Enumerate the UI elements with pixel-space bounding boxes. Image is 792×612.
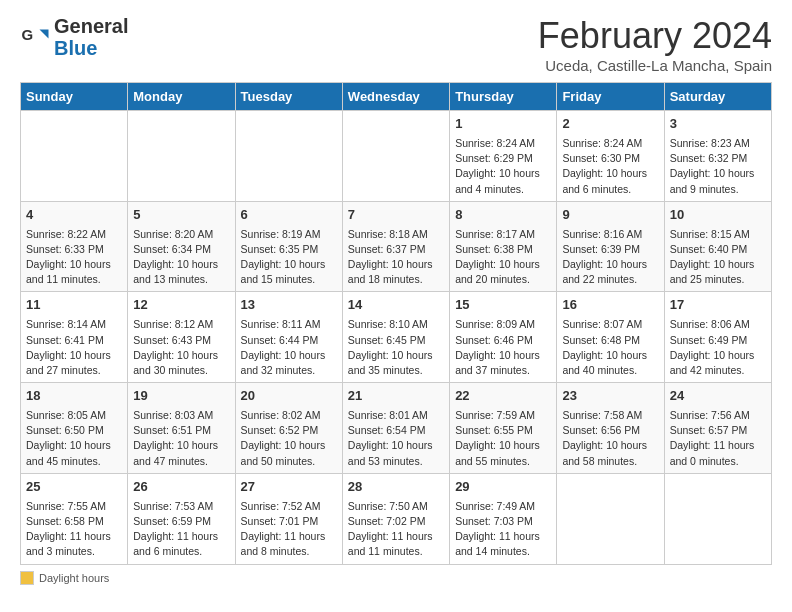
calendar-cell: 26Sunrise: 7:53 AMSunset: 6:59 PMDayligh… <box>128 473 235 564</box>
day-info: Sunrise: 7:55 AM <box>26 499 122 514</box>
day-info: Sunrise: 8:23 AM <box>670 136 766 151</box>
day-info: Daylight: 10 hours <box>241 257 337 272</box>
day-info: and 8 minutes. <box>241 544 337 559</box>
day-info: Sunrise: 7:56 AM <box>670 408 766 423</box>
calendar-cell: 29Sunrise: 7:49 AMSunset: 7:03 PMDayligh… <box>450 473 557 564</box>
day-info: and 15 minutes. <box>241 272 337 287</box>
calendar-cell: 1Sunrise: 8:24 AMSunset: 6:29 PMDaylight… <box>450 111 557 202</box>
day-number: 14 <box>348 296 444 315</box>
calendar-cell: 7Sunrise: 8:18 AMSunset: 6:37 PMDaylight… <box>342 201 449 292</box>
day-info: Sunset: 6:57 PM <box>670 423 766 438</box>
day-info: Daylight: 10 hours <box>348 348 444 363</box>
calendar-cell: 27Sunrise: 7:52 AMSunset: 7:01 PMDayligh… <box>235 473 342 564</box>
page-header: G General Blue February 2024 Uceda, Cast… <box>20 15 772 74</box>
day-info: Daylight: 11 hours <box>241 529 337 544</box>
calendar-cell: 3Sunrise: 8:23 AMSunset: 6:32 PMDaylight… <box>664 111 771 202</box>
day-info: Sunset: 6:33 PM <box>26 242 122 257</box>
col-header-monday: Monday <box>128 83 235 111</box>
day-info: Sunrise: 7:58 AM <box>562 408 658 423</box>
day-info: Sunrise: 8:07 AM <box>562 317 658 332</box>
col-header-tuesday: Tuesday <box>235 83 342 111</box>
day-info: Daylight: 10 hours <box>455 438 551 453</box>
day-info: Daylight: 10 hours <box>241 438 337 453</box>
day-info: Sunset: 6:55 PM <box>455 423 551 438</box>
day-info: Sunrise: 7:49 AM <box>455 499 551 514</box>
day-info: Daylight: 10 hours <box>133 438 229 453</box>
day-info: Daylight: 10 hours <box>133 348 229 363</box>
day-info: Sunset: 7:01 PM <box>241 514 337 529</box>
day-number: 3 <box>670 115 766 134</box>
day-number: 20 <box>241 387 337 406</box>
day-number: 4 <box>26 206 122 225</box>
month-title: February 2024 <box>538 15 772 57</box>
calendar-cell: 16Sunrise: 8:07 AMSunset: 6:48 PMDayligh… <box>557 292 664 383</box>
day-info: Sunrise: 8:09 AM <box>455 317 551 332</box>
day-info: Daylight: 10 hours <box>26 257 122 272</box>
day-info: and 42 minutes. <box>670 363 766 378</box>
day-number: 24 <box>670 387 766 406</box>
day-info: Sunset: 6:44 PM <box>241 333 337 348</box>
svg-marker-1 <box>40 30 49 39</box>
day-number: 15 <box>455 296 551 315</box>
day-info: Sunset: 6:48 PM <box>562 333 658 348</box>
day-info: Daylight: 10 hours <box>455 166 551 181</box>
day-number: 17 <box>670 296 766 315</box>
calendar-cell: 18Sunrise: 8:05 AMSunset: 6:50 PMDayligh… <box>21 383 128 474</box>
calendar-cell <box>235 111 342 202</box>
day-info: Sunrise: 8:12 AM <box>133 317 229 332</box>
day-info: Sunrise: 8:03 AM <box>133 408 229 423</box>
day-info: and 11 minutes. <box>26 272 122 287</box>
day-info: Sunrise: 8:05 AM <box>26 408 122 423</box>
day-info: Sunset: 6:41 PM <box>26 333 122 348</box>
day-info: Daylight: 10 hours <box>348 257 444 272</box>
day-number: 22 <box>455 387 551 406</box>
day-info: and 22 minutes. <box>562 272 658 287</box>
day-info: Daylight: 10 hours <box>670 348 766 363</box>
calendar-cell: 17Sunrise: 8:06 AMSunset: 6:49 PMDayligh… <box>664 292 771 383</box>
calendar-cell: 23Sunrise: 7:58 AMSunset: 6:56 PMDayligh… <box>557 383 664 474</box>
day-number: 11 <box>26 296 122 315</box>
day-number: 13 <box>241 296 337 315</box>
day-number: 9 <box>562 206 658 225</box>
logo-icon: G <box>20 22 50 52</box>
day-info: and 45 minutes. <box>26 454 122 469</box>
col-header-sunday: Sunday <box>21 83 128 111</box>
day-number: 21 <box>348 387 444 406</box>
day-info: Sunset: 6:40 PM <box>670 242 766 257</box>
day-number: 23 <box>562 387 658 406</box>
legend-box <box>20 571 34 585</box>
calendar-cell: 4Sunrise: 8:22 AMSunset: 6:33 PMDaylight… <box>21 201 128 292</box>
day-info: Daylight: 10 hours <box>455 348 551 363</box>
calendar-cell <box>21 111 128 202</box>
day-info: Daylight: 10 hours <box>562 257 658 272</box>
calendar-week-row: 11Sunrise: 8:14 AMSunset: 6:41 PMDayligh… <box>21 292 772 383</box>
day-info: and 55 minutes. <box>455 454 551 469</box>
day-number: 10 <box>670 206 766 225</box>
legend: Daylight hours <box>20 571 772 585</box>
calendar-cell: 13Sunrise: 8:11 AMSunset: 6:44 PMDayligh… <box>235 292 342 383</box>
calendar-cell: 19Sunrise: 8:03 AMSunset: 6:51 PMDayligh… <box>128 383 235 474</box>
day-number: 25 <box>26 478 122 497</box>
calendar-week-row: 1Sunrise: 8:24 AMSunset: 6:29 PMDaylight… <box>21 111 772 202</box>
col-header-saturday: Saturday <box>664 83 771 111</box>
calendar-cell: 28Sunrise: 7:50 AMSunset: 7:02 PMDayligh… <box>342 473 449 564</box>
day-info: Daylight: 11 hours <box>455 529 551 544</box>
day-info: Sunset: 6:35 PM <box>241 242 337 257</box>
svg-text:G: G <box>22 26 34 43</box>
day-info: Sunset: 6:56 PM <box>562 423 658 438</box>
legend-label: Daylight hours <box>39 572 109 584</box>
day-info: and 18 minutes. <box>348 272 444 287</box>
day-info: Sunset: 6:46 PM <box>455 333 551 348</box>
day-info: and 20 minutes. <box>455 272 551 287</box>
day-info: Sunset: 6:32 PM <box>670 151 766 166</box>
calendar-cell: 25Sunrise: 7:55 AMSunset: 6:58 PMDayligh… <box>21 473 128 564</box>
day-number: 6 <box>241 206 337 225</box>
col-header-wednesday: Wednesday <box>342 83 449 111</box>
day-info: Daylight: 11 hours <box>26 529 122 544</box>
calendar-cell: 20Sunrise: 8:02 AMSunset: 6:52 PMDayligh… <box>235 383 342 474</box>
day-info: Daylight: 11 hours <box>670 438 766 453</box>
day-info: Sunset: 6:37 PM <box>348 242 444 257</box>
day-info: Sunrise: 8:01 AM <box>348 408 444 423</box>
day-info: Sunrise: 8:22 AM <box>26 227 122 242</box>
day-info: and 0 minutes. <box>670 454 766 469</box>
